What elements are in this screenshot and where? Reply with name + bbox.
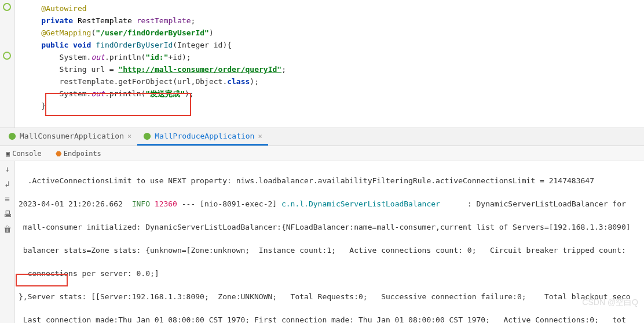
- log-line: Last connection made:Thu Jan 01 08:00:00…: [19, 314, 641, 323]
- console-panel: ↓ ↲ ≡ 🖶 🗑 .ActiveConnectionsLimit to use…: [0, 161, 644, 323]
- svg-point-1: [3, 52, 10, 59]
- keyword: public void: [41, 41, 91, 49]
- subtab-console[interactable]: ▣ Console: [2, 150, 45, 158]
- svg-point-3: [144, 132, 151, 139]
- close-icon[interactable]: ×: [127, 132, 131, 140]
- type: RestTemplate: [73, 16, 137, 25]
- autowired-gutter-icon: [2, 2, 12, 12]
- console-icon: ▣: [6, 150, 10, 158]
- string: "/user/findOrderByUserId": [96, 28, 209, 37]
- soft-wrap-icon[interactable]: ↲: [2, 179, 13, 189]
- url-string[interactable]: "http://mall-consumer/order/queryId": [118, 65, 281, 74]
- tab-label: MallProduceApplication: [155, 132, 254, 140]
- log-line: },Server stats: [[Server:192.168.1.3:809…: [19, 291, 641, 303]
- clear-all-icon[interactable]: 🗑: [2, 224, 13, 234]
- keyword: private: [41, 16, 73, 25]
- spring-icon: [8, 132, 16, 140]
- print-icon[interactable]: 🖶: [2, 209, 13, 219]
- static-field: out: [91, 89, 104, 98]
- log-line: balancer stats=Zone stats: {unknown=[Zon…: [19, 245, 641, 256]
- spring-icon: [143, 132, 151, 140]
- subtab-endpoints[interactable]: ⬣ Endpoints: [52, 150, 105, 158]
- string: "id:": [145, 53, 168, 61]
- svg-point-0: [3, 3, 10, 10]
- code-editor[interactable]: @Autowired private RestTemplate restTemp…: [0, 0, 644, 128]
- tab-label: MallConsumerApplication: [20, 132, 124, 140]
- annotation: @GetMapping: [41, 28, 91, 37]
- subtab-label: Endpoints: [64, 150, 101, 158]
- console-output[interactable]: .ActiveConnectionsLimit to use NEXT prop…: [15, 161, 644, 323]
- log-line: 2023-04-01 21:20:26.662 INFO 12360 --- […: [19, 198, 641, 210]
- close-icon[interactable]: ×: [258, 132, 262, 140]
- svg-point-2: [9, 132, 16, 139]
- tab-mall-produce[interactable]: MallProduceApplication ×: [137, 128, 268, 146]
- field: restTemplate: [137, 16, 191, 25]
- subtab-label: Console: [12, 150, 42, 158]
- editor-gutter: [0, 0, 15, 128]
- tab-mall-consumer[interactable]: MallConsumerApplication ×: [2, 128, 137, 146]
- keyword: class: [227, 77, 250, 86]
- string: "发送完成": [145, 89, 185, 98]
- mapping-gutter-icon: [2, 51, 12, 60]
- endpoints-icon: ⬣: [56, 150, 61, 158]
- sub-tabs-bar[interactable]: ▣ Console ⬣ Endpoints: [0, 146, 644, 161]
- log-line: connections per server: 0.0;]: [19, 268, 641, 280]
- code-content[interactable]: @Autowired private RestTemplate restTemp…: [23, 2, 638, 112]
- scroll-to-end-icon[interactable]: ↓: [2, 164, 13, 174]
- console-toolbar: ↓ ↲ ≡ 🖶 🗑: [0, 161, 15, 323]
- method: findOrderByUserId: [91, 41, 173, 49]
- log-line: mall-consumer initialized: DynamicServer…: [19, 222, 641, 233]
- wrap-stack-icon[interactable]: ≡: [2, 194, 13, 204]
- static-field: out: [91, 53, 104, 61]
- log-line: .ActiveConnectionsLimit to use NEXT prop…: [19, 175, 641, 187]
- annotation: @Autowired: [41, 4, 86, 13]
- run-tabs-bar[interactable]: MallConsumerApplication × MallProduceApp…: [0, 128, 644, 146]
